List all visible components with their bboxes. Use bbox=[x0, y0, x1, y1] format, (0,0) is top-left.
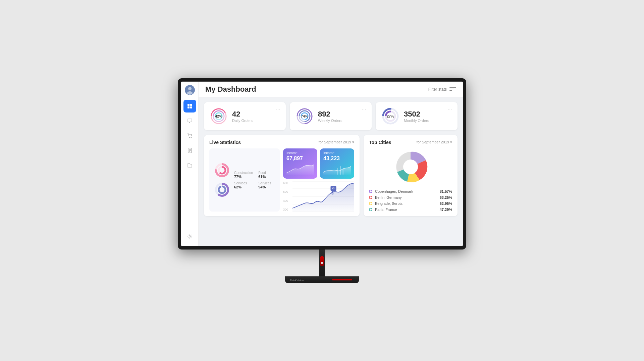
svg-rect-38 bbox=[337, 168, 338, 175]
header: My Dashboard Filter stats bbox=[199, 82, 463, 97]
monitor-stand: ThinkVision bbox=[285, 250, 359, 283]
city-dot-1 bbox=[369, 196, 372, 199]
svg-point-8 bbox=[191, 137, 192, 138]
stand-dot bbox=[321, 262, 323, 264]
header-right: Filter stats bbox=[428, 87, 456, 92]
svg-point-1 bbox=[188, 87, 192, 90]
svg-point-37 bbox=[219, 186, 225, 193]
donut-monthly: 27% bbox=[381, 107, 400, 126]
city-pct-2: 52.95% bbox=[440, 201, 452, 206]
filter-stats-label[interactable]: Filter stats bbox=[428, 87, 447, 92]
city-item-1: Berlin, Germany 63.25% bbox=[369, 195, 452, 199]
top-cities-title: Top Cities bbox=[369, 140, 391, 145]
svg-rect-40 bbox=[342, 169, 343, 175]
city-pct-0: 81.57% bbox=[440, 189, 452, 193]
construction-label: Construction bbox=[234, 171, 253, 175]
stand-base: ThinkVision bbox=[285, 276, 359, 283]
sidebar-item-settings[interactable] bbox=[183, 230, 196, 243]
svg-point-2 bbox=[187, 91, 193, 95]
live-stats-content: Construction 77% Food 61% Se bbox=[209, 148, 354, 212]
y-axis: 600 500 400 300 bbox=[283, 181, 292, 212]
svg-point-13 bbox=[189, 235, 191, 237]
income-card-1: Income 67,897 bbox=[283, 148, 317, 179]
donut-weekly: 74% bbox=[295, 107, 314, 126]
live-stats-header: Live Statistics for September 2019 ▾ bbox=[209, 140, 354, 145]
services2-val: 94% bbox=[258, 185, 276, 189]
monitor-frame: My Dashboard Filter stats bbox=[178, 78, 466, 250]
income-card-2: Income 43,223 bbox=[320, 148, 354, 179]
stat-more-monthly[interactable]: ··· bbox=[448, 107, 452, 113]
stat-card-daily: 42% 42 Daily Orders ··· bbox=[204, 102, 286, 130]
pie-chart-wrap bbox=[369, 148, 452, 185]
bottom-row: Live Statistics for September 2019 ▾ bbox=[204, 135, 458, 216]
city-name-0: Copenhagen, Denmark bbox=[375, 189, 437, 193]
content-area: 42% 42 Daily Orders ··· bbox=[199, 97, 463, 246]
donut-percent-monthly: 27% bbox=[387, 114, 394, 118]
stats-row: 42% 42 Daily Orders ··· bbox=[204, 102, 458, 130]
stat-info-daily: 42 Daily Orders bbox=[232, 110, 272, 123]
svg-text:63: 63 bbox=[332, 186, 334, 190]
city-item-3: Paris, France 47.29% bbox=[369, 208, 452, 212]
svg-point-50 bbox=[403, 160, 418, 174]
city-item-2: Belgrade, Serbia 52.95% bbox=[369, 201, 452, 206]
cities-list: Copenhagen, Denmark 81.57% Berlin, Germa… bbox=[369, 189, 452, 212]
page-title: My Dashboard bbox=[205, 85, 256, 94]
svg-rect-4 bbox=[190, 104, 192, 106]
donut-pair bbox=[213, 162, 231, 198]
services-val: 62% bbox=[234, 185, 253, 189]
live-stats-title: Live Statistics bbox=[209, 140, 241, 145]
city-dot-2 bbox=[369, 202, 372, 205]
top-cities-filter[interactable]: for September 2019 ▾ bbox=[417, 140, 452, 144]
donut-daily: 42% bbox=[209, 107, 228, 126]
stat-labels: Construction 77% Food 61% Se bbox=[234, 171, 276, 189]
stat-more-weekly[interactable]: ··· bbox=[362, 107, 366, 113]
svg-point-7 bbox=[189, 137, 190, 138]
stat-label-weekly: Weekly Orders bbox=[318, 119, 358, 123]
filter-icon[interactable] bbox=[449, 87, 456, 92]
top-cities-panel: Top Cities for September 2019 ▾ bbox=[364, 135, 458, 216]
stand-base-accent bbox=[332, 279, 352, 280]
food-val: 61% bbox=[258, 175, 276, 179]
construction-val: 77% bbox=[234, 175, 253, 179]
svg-rect-5 bbox=[187, 106, 190, 108]
line-chart: 600 500 400 300 bbox=[283, 181, 354, 212]
brand-label: ThinkVision bbox=[290, 279, 304, 282]
donut-stats-card: Construction 77% Food 61% Se bbox=[209, 148, 280, 212]
services-label: Services bbox=[234, 181, 253, 185]
stand-neck bbox=[319, 250, 325, 276]
stat-more-daily[interactable]: ··· bbox=[276, 107, 280, 113]
city-dot-3 bbox=[369, 208, 372, 211]
monitor-screen: My Dashboard Filter stats bbox=[181, 82, 463, 246]
main-content: My Dashboard Filter stats bbox=[199, 82, 463, 246]
stat-label-daily: Daily Orders bbox=[232, 119, 272, 123]
stat-value-monthly: 3502 bbox=[404, 110, 444, 119]
avatar bbox=[185, 85, 195, 95]
income-label-1: Income bbox=[286, 151, 298, 155]
top-cities-header: Top Cities for September 2019 ▾ bbox=[369, 140, 452, 145]
sidebar-item-chat[interactable] bbox=[183, 115, 196, 127]
svg-point-46 bbox=[332, 191, 333, 193]
stat-card-weekly: 74% 892 Weekly Orders ··· bbox=[290, 102, 372, 130]
donut-percent-weekly: 74% bbox=[301, 114, 308, 118]
city-item-0: Copenhagen, Denmark 81.57% bbox=[369, 189, 452, 193]
stat-info-weekly: 892 Weekly Orders bbox=[318, 110, 358, 123]
sidebar bbox=[181, 82, 199, 246]
sidebar-item-docs[interactable] bbox=[183, 144, 196, 157]
sidebar-item-dashboard[interactable] bbox=[183, 100, 196, 112]
sidebar-item-cart[interactable] bbox=[183, 129, 196, 142]
city-dot-0 bbox=[369, 190, 372, 193]
sidebar-item-files[interactable] bbox=[183, 159, 196, 172]
stat-card-monthly: 27% 3502 Monthly Orders ··· bbox=[376, 102, 458, 130]
income-value-1: 67,897 bbox=[286, 155, 314, 162]
city-pct-1: 63.25% bbox=[440, 195, 452, 199]
live-stats-panel: Live Statistics for September 2019 ▾ bbox=[204, 135, 360, 216]
stand-accent bbox=[320, 256, 324, 266]
donut-percent-daily: 42% bbox=[215, 114, 222, 118]
city-name-1: Berlin, Germany bbox=[375, 195, 437, 199]
stat-value-daily: 42 bbox=[232, 110, 272, 119]
city-name-3: Paris, France bbox=[375, 208, 437, 212]
live-stats-filter[interactable]: for September 2019 ▾ bbox=[319, 140, 354, 144]
stat-value-weekly: 892 bbox=[318, 110, 358, 119]
city-name-2: Belgrade, Serbia bbox=[375, 201, 437, 206]
income-cards: Income 67,897 bbox=[283, 148, 354, 179]
